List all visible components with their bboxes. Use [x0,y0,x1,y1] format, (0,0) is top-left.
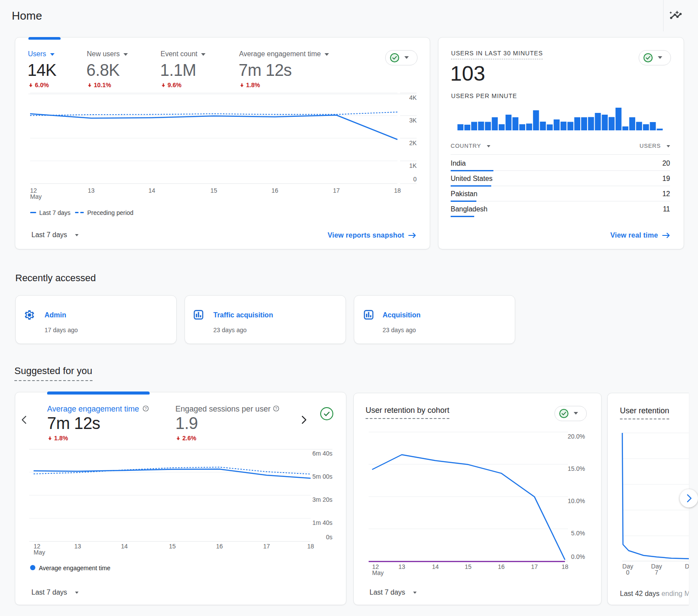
svg-text:7: 7 [655,569,658,576]
svg-text:18: 18 [307,543,314,550]
svg-text:May: May [372,569,383,576]
svg-text:20.0%: 20.0% [568,433,585,440]
svg-text:3K: 3K [409,117,417,124]
svg-text:16: 16 [271,187,278,194]
svg-text:2K: 2K [409,140,417,146]
svg-text:16: 16 [216,543,223,550]
svg-text:13: 13 [398,563,405,570]
svg-text:0: 0 [626,569,630,576]
svg-text:May: May [30,193,41,200]
svg-text:17: 17 [263,543,270,550]
svg-text:15.0%: 15.0% [568,465,585,472]
svg-text:5m 00s: 5m 00s [312,473,332,480]
svg-text:0.0%: 0.0% [571,553,585,560]
svg-text:18: 18 [561,563,568,570]
svg-text:13: 13 [74,543,81,550]
svg-text:14: 14 [121,543,128,550]
svg-text:0s: 0s [326,534,332,541]
svg-text:14: 14 [148,187,155,194]
svg-text:1K: 1K [409,162,417,169]
svg-text:16: 16 [498,563,505,570]
svg-text:?: ? [275,406,277,411]
svg-text:14: 14 [432,563,439,570]
svg-text:D: D [685,563,689,570]
svg-text:15: 15 [210,187,217,194]
svg-text:May: May [34,549,45,556]
svg-text:6m 40s: 6m 40s [312,450,332,457]
svg-text:15: 15 [465,563,472,570]
svg-text:0: 0 [413,176,417,183]
svg-text:17: 17 [333,187,340,194]
svg-text:4K: 4K [409,94,417,101]
svg-text:18: 18 [394,187,401,194]
svg-text:10.0%: 10.0% [568,497,585,504]
svg-text:5.0%: 5.0% [571,530,585,537]
svg-text:3m 20s: 3m 20s [312,496,332,503]
svg-text:?: ? [144,406,147,411]
svg-text:13: 13 [88,187,95,194]
svg-text:1m 40s: 1m 40s [312,519,332,526]
svg-text:15: 15 [169,543,176,550]
svg-text:17: 17 [531,563,538,570]
